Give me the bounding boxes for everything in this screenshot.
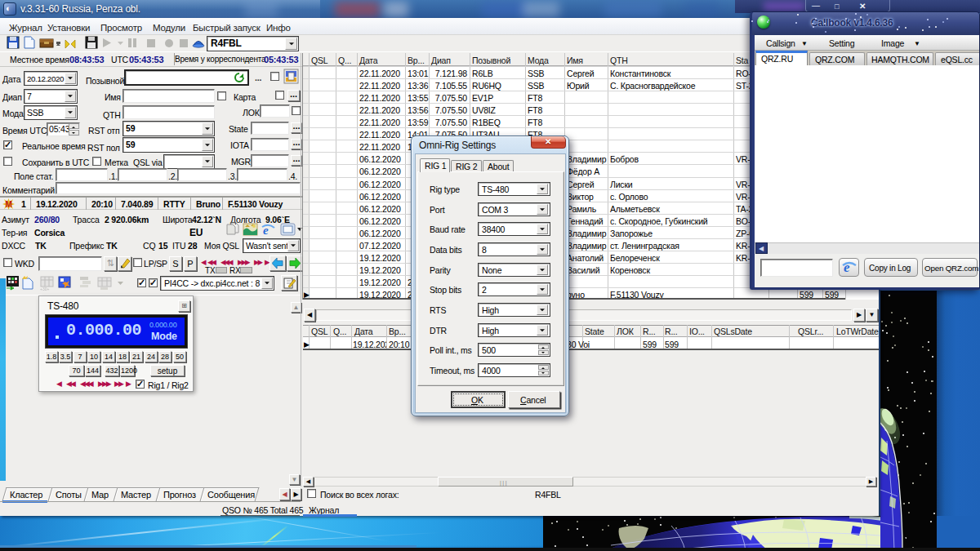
svg-text:+30+: +30+: [40, 287, 49, 291]
svg-text:e: e: [844, 260, 850, 275]
svg-text:M: M: [6, 200, 12, 209]
